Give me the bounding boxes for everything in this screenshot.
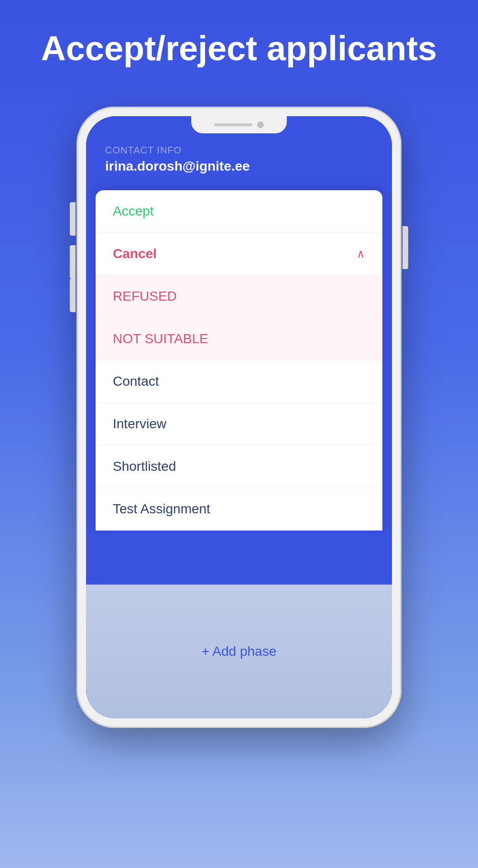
screen-content: CONTACT INFO irina.dorosh@ignite.ee Acce… [86, 116, 392, 718]
phone-notch [191, 116, 287, 133]
dropdown-item-refused[interactable]: REFUSED [96, 275, 382, 318]
dropdown-item-refused-label: REFUSED [113, 289, 177, 304]
contact-label: CONTACT INFO [105, 145, 373, 156]
dropdown-menu: Accept Cancel ∧ REFUSED NOT SUITABLE C [96, 190, 382, 531]
chevron-up-icon: ∧ [357, 247, 365, 260]
dropdown-item-test-assignment[interactable]: Test Assignment [96, 488, 382, 531]
dropdown-item-contact[interactable]: Contact [96, 360, 382, 403]
dropdown-item-shortlisted[interactable]: Shortlisted [96, 445, 382, 488]
dropdown-item-not-suitable-label: NOT SUITABLE [113, 331, 208, 347]
phone-screen: CONTACT INFO irina.dorosh@ignite.ee Acce… [86, 116, 392, 718]
dropdown-item-accept[interactable]: Accept [96, 190, 382, 233]
dropdown-item-test-assignment-label: Test Assignment [113, 501, 210, 517]
bottom-area: + Add phase [86, 585, 392, 718]
dropdown-item-contact-label: Contact [113, 374, 159, 389]
dropdown-item-interview[interactable]: Interview [96, 403, 382, 445]
page-title: Accept/reject applicants [12, 29, 466, 68]
dropdown-item-shortlisted-label: Shortlisted [113, 459, 176, 474]
notch-camera [257, 121, 264, 128]
dropdown-item-accept-label: Accept [113, 204, 154, 219]
contact-email: irina.dorosh@ignite.ee [105, 159, 373, 174]
dropdown-item-cancel-label: Cancel [113, 246, 157, 261]
phone-mockup: CONTACT INFO irina.dorosh@ignite.ee Acce… [76, 107, 402, 728]
dropdown-item-not-suitable[interactable]: NOT SUITABLE [96, 318, 382, 360]
notch-bar [214, 123, 252, 126]
dropdown-item-interview-label: Interview [113, 416, 166, 432]
add-phase-button[interactable]: + Add phase [202, 644, 276, 659]
dropdown-item-cancel[interactable]: Cancel ∧ [96, 233, 382, 275]
